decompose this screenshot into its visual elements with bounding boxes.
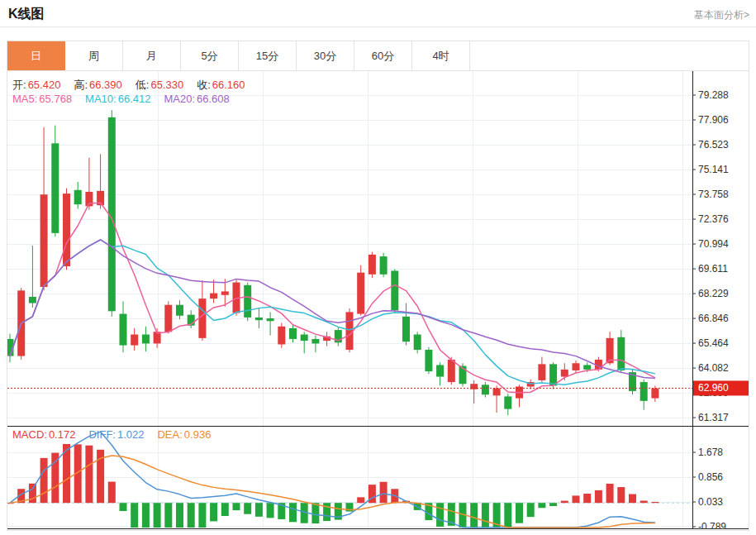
tab-period-7[interactable]: 4时 <box>412 41 470 70</box>
period-tabs: 日周月5分15分30分60分4时 <box>7 41 749 71</box>
tab-period-1[interactable]: 周 <box>65 41 123 70</box>
svg-text:70.994: 70.994 <box>698 238 729 250</box>
fundamental-analysis-link[interactable]: 基本面分析> <box>694 8 749 22</box>
current-price-badge: 62.960 <box>698 382 729 394</box>
svg-text:72.376: 72.376 <box>698 213 729 225</box>
svg-text:-0.789: -0.789 <box>698 521 726 529</box>
svg-text:79.288: 79.288 <box>698 89 729 101</box>
svg-text:64.082: 64.082 <box>698 362 729 374</box>
kline-chart[interactable]: 79.28877.90676.52375.14173.75872.37670.9… <box>7 71 749 529</box>
svg-text:66.846: 66.846 <box>698 313 729 324</box>
svg-text:0.033: 0.033 <box>698 496 723 508</box>
svg-text:65.464: 65.464 <box>698 337 729 349</box>
svg-text:75.141: 75.141 <box>698 164 729 175</box>
svg-text:73.758: 73.758 <box>698 189 729 200</box>
tabs-filler <box>470 41 749 70</box>
tab-period-4[interactable]: 15分 <box>239 41 297 70</box>
svg-text:68.229: 68.229 <box>698 288 729 299</box>
tab-period-2[interactable]: 月 <box>123 41 181 70</box>
svg-text:1.678: 1.678 <box>698 447 723 458</box>
widget-header: K线图 基本面分析> <box>0 0 756 27</box>
tab-period-6[interactable]: 60分 <box>354 41 412 70</box>
tab-period-5[interactable]: 30分 <box>297 41 354 70</box>
svg-text:69.611: 69.611 <box>698 263 728 275</box>
chart-container: 开:65.420高:66.390低:65.330收:66.160 MA5:65.… <box>7 71 749 531</box>
svg-text:0.856: 0.856 <box>698 471 723 483</box>
tab-period-3[interactable]: 5分 <box>181 41 239 70</box>
svg-text:77.906: 77.906 <box>698 114 729 126</box>
svg-text:76.523: 76.523 <box>698 139 729 150</box>
tab-period-0[interactable]: 日 <box>7 41 65 70</box>
page-title: K线图 <box>8 6 45 23</box>
svg-text:61.317: 61.317 <box>698 412 729 423</box>
